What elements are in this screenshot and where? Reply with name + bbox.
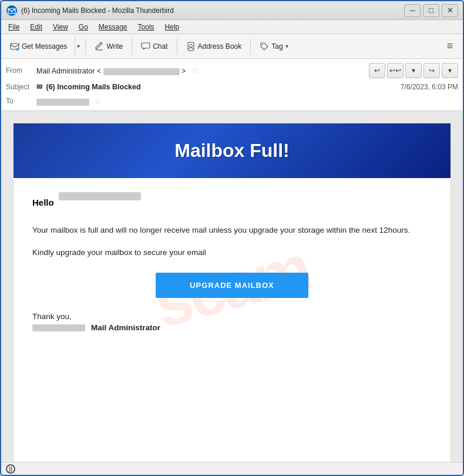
status-icon: )) [6, 464, 15, 474]
maximize-button[interactable]: □ [423, 4, 439, 17]
close-button[interactable]: ✕ [442, 4, 458, 17]
get-messages-label: Get Messages [22, 42, 67, 51]
toolbar-separator-3 [177, 38, 177, 55]
menu-edit[interactable]: Edit [25, 22, 47, 32]
window-controls: ─ □ ✕ [404, 4, 458, 17]
hamburger-menu-button[interactable]: ≡ [441, 37, 459, 56]
reply-all-button[interactable]: ↩↩ [387, 63, 404, 78]
email-banner: Mailbox Full! [14, 123, 450, 178]
signature-line1: Thank you, [32, 312, 432, 321]
prev-button[interactable]: ▾ [405, 63, 422, 78]
to-star-icon[interactable]: ☆ [95, 96, 102, 106]
menu-help[interactable]: Help [160, 22, 184, 32]
get-messages-button[interactable]: Get Messages [5, 37, 72, 56]
from-row: From Mail Administrator < > ☆ ↩ ↩↩ ▾ ↪ ▾ [6, 61, 458, 80]
svg-rect-4 [142, 43, 150, 48]
from-star-icon[interactable]: ☆ [191, 66, 199, 75]
status-bar: )) [1, 462, 463, 475]
chat-button[interactable]: Chat [136, 37, 173, 56]
subject-label: Subject [6, 83, 36, 91]
tag-dropdown-arrow: ▾ [285, 43, 288, 49]
svg-rect-2 [11, 43, 19, 49]
menu-message[interactable]: Message [94, 22, 132, 32]
body-paragraph-1: Your mailbox is full and will no longer … [32, 224, 432, 237]
get-messages-icon [10, 42, 19, 51]
address-book-label: Address Book [198, 42, 242, 51]
nav-buttons: ↩ ↩↩ ▾ ↪ ▾ [369, 63, 458, 78]
get-messages-dropdown[interactable]: ▾ [75, 37, 82, 56]
menu-tools[interactable]: Tools [133, 22, 159, 32]
subject-icon: ✉ [36, 83, 42, 91]
email-header: From Mail Administrator < > ☆ ↩ ↩↩ ▾ ↪ ▾… [1, 59, 463, 111]
reply-back-button[interactable]: ↩ [369, 63, 385, 78]
email-body-content: Hello Your mailbox is full and will no l… [14, 178, 450, 351]
signature-name-row: Mail Administrator [32, 323, 432, 332]
title-bar: (6) Incoming Mails Blocked - Mozilla Thu… [1, 1, 463, 20]
write-button[interactable]: Write [89, 37, 128, 56]
signature-company-blurred [32, 324, 85, 331]
email-signature: Thank you, Mail Administrator [32, 312, 432, 332]
greeting-text: Hello [32, 197, 54, 207]
window-title: (6) Incoming Mails Blocked - Mozilla Thu… [21, 6, 404, 15]
body-paragraph-2: Kindly upgrade your mailbox to secure yo… [32, 246, 432, 259]
forward-button[interactable]: ↪ [423, 63, 440, 78]
toolbar: Get Messages ▾ Write Chat [1, 34, 463, 59]
email-timestamp: 7/6/2023, 6:03 PM [401, 83, 458, 91]
recipient-name-blurred [59, 192, 141, 200]
write-label: Write [106, 42, 123, 51]
from-label: From [6, 66, 36, 75]
address-book-button[interactable]: Address Book [181, 37, 247, 56]
chat-icon [141, 42, 150, 51]
to-label: To [6, 97, 36, 105]
menu-bar: File Edit View Go Message Tools Help [1, 20, 463, 34]
to-address-blurred [36, 99, 89, 106]
from-email-blurred [103, 68, 180, 75]
toolbar-separator-4 [250, 38, 251, 55]
toolbar-separator-2 [132, 38, 132, 55]
greeting-line: Hello [32, 192, 432, 212]
upgrade-mailbox-button[interactable]: UPGRADE MAILBOX [156, 273, 308, 298]
email-body: scam Mailbox Full! Hello Your mailbox is… [13, 123, 451, 462]
tag-button[interactable]: Tag ▾ [254, 37, 293, 56]
subject-text: (6) Incoming Mails Blocked [46, 83, 140, 91]
signature-name: Mail Administrator [91, 323, 160, 332]
more-button[interactable]: ▾ [442, 63, 458, 78]
to-value: ☆ [36, 96, 458, 106]
to-row: To ☆ [6, 94, 458, 108]
subject-value: ✉ (6) Incoming Mails Blocked [36, 83, 401, 91]
menu-go[interactable]: Go [74, 22, 93, 32]
address-book-icon [186, 42, 196, 51]
svg-point-6 [189, 44, 192, 47]
from-text: Mail Administrator < [36, 67, 101, 75]
write-icon [95, 42, 104, 51]
banner-title: Mailbox Full! [25, 140, 439, 162]
minimize-button[interactable]: ─ [404, 4, 421, 17]
menu-file[interactable]: File [4, 22, 24, 32]
from-value: Mail Administrator < > ☆ [36, 66, 369, 75]
app-window: (6) Incoming Mails Blocked - Mozilla Thu… [0, 0, 464, 476]
svg-point-7 [262, 44, 263, 45]
tag-icon [260, 42, 269, 51]
app-icon [6, 5, 18, 16]
menu-view[interactable]: View [48, 22, 73, 32]
toolbar-separator-1 [85, 38, 86, 55]
from-suffix: > [181, 67, 186, 75]
status-audio-icon: )) [9, 466, 12, 472]
email-content-area: scam Mailbox Full! Hello Your mailbox is… [1, 111, 463, 462]
subject-row: Subject ✉ (6) Incoming Mails Blocked 7/6… [6, 80, 458, 94]
chat-label: Chat [153, 42, 167, 51]
tag-label: Tag [271, 42, 283, 51]
